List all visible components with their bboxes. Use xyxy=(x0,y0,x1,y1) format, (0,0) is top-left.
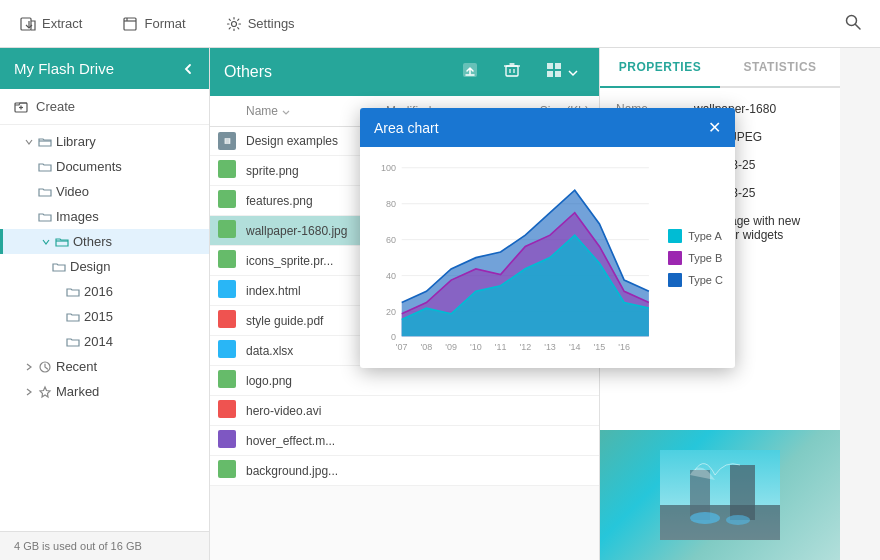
sidebar-item-recent[interactable]: Recent xyxy=(0,354,209,379)
svg-text:'16: '16 xyxy=(618,342,630,352)
view-toggle-button[interactable] xyxy=(539,57,585,87)
chart-area: 100 80 60 40 20 0 '07 xyxy=(368,155,660,360)
file-icon xyxy=(218,250,236,268)
2016-label: 2016 xyxy=(84,284,113,299)
expand-icon xyxy=(24,362,34,372)
file-modified xyxy=(380,426,517,456)
file-size xyxy=(517,396,599,426)
upload-icon xyxy=(461,61,479,79)
expand-icon xyxy=(41,237,51,247)
table-row[interactable]: hover_effect.m... xyxy=(210,426,599,456)
format-button[interactable]: Format xyxy=(114,10,193,38)
sidebar-header: My Flash Drive xyxy=(0,48,209,89)
sidebar-item-marked[interactable]: Marked xyxy=(0,379,209,404)
file-panel-title: Others xyxy=(224,63,443,81)
file-panel-header: Others xyxy=(210,48,599,96)
table-row[interactable]: background.jpg... xyxy=(210,456,599,486)
extract-icon xyxy=(20,16,36,32)
search-icon xyxy=(844,13,862,31)
file-size xyxy=(517,366,599,396)
others-label: Others xyxy=(73,234,112,249)
svg-text:80: 80 xyxy=(386,199,396,209)
waterfall-image xyxy=(660,450,780,540)
sidebar-item-library[interactable]: Library xyxy=(0,129,209,154)
sidebar-item-2015[interactable]: 2015 xyxy=(0,304,209,329)
images-label: Images xyxy=(56,209,99,224)
file-icon xyxy=(218,220,236,238)
create-button[interactable]: Create xyxy=(0,89,209,125)
chart-legend: Type A Type B Type C xyxy=(668,155,727,360)
area-chart-modal: Area chart ✕ 100 80 60 40 20 xyxy=(360,108,735,368)
properties-tabs: PROPERTIES STATISTICS xyxy=(600,48,840,88)
star-icon xyxy=(38,385,52,399)
create-label: Create xyxy=(36,99,75,114)
file-size xyxy=(517,426,599,456)
folder-icon xyxy=(66,335,80,349)
svg-rect-26 xyxy=(730,465,755,520)
area-chart-svg: 100 80 60 40 20 0 '07 xyxy=(368,155,660,360)
svg-text:0: 0 xyxy=(391,332,396,342)
folder-open-icon xyxy=(55,235,69,249)
modal-header: Area chart ✕ xyxy=(360,108,735,147)
extract-label: Extract xyxy=(42,16,82,31)
file-icon xyxy=(218,310,236,328)
expand-icon xyxy=(24,137,34,147)
sidebar-item-images[interactable]: Images xyxy=(0,204,209,229)
file-icon xyxy=(218,460,236,478)
folder-icon xyxy=(66,310,80,324)
svg-rect-22 xyxy=(555,71,561,77)
sidebar-item-2016[interactable]: 2016 xyxy=(0,279,209,304)
svg-text:60: 60 xyxy=(386,235,396,245)
svg-rect-14 xyxy=(506,66,518,76)
folder-open-icon xyxy=(38,135,52,149)
svg-text:'09: '09 xyxy=(445,342,457,352)
svg-text:40: 40 xyxy=(386,271,396,281)
file-icon: ▤ xyxy=(218,132,236,150)
svg-point-5 xyxy=(231,21,236,26)
upload-button[interactable] xyxy=(455,57,485,87)
settings-label: Settings xyxy=(248,16,295,31)
svg-text:'07: '07 xyxy=(396,342,408,352)
video-label: Video xyxy=(56,184,89,199)
svg-text:'11: '11 xyxy=(495,342,507,352)
folder-icon xyxy=(38,210,52,224)
folder-icon xyxy=(52,260,66,274)
legend-type-a: Type A xyxy=(668,229,723,243)
sidebar: My Flash Drive Create Library xyxy=(0,48,210,560)
modal-close-button[interactable]: ✕ xyxy=(708,118,721,137)
legend-label-b: Type B xyxy=(688,252,722,264)
sidebar-item-design[interactable]: Design xyxy=(0,254,209,279)
sidebar-item-video[interactable]: Video xyxy=(0,179,209,204)
sidebar-item-2014[interactable]: 2014 xyxy=(0,329,209,354)
file-name: background.jpg... xyxy=(240,456,380,486)
sidebar-item-documents[interactable]: Documents xyxy=(0,154,209,179)
recent-label: Recent xyxy=(56,359,97,374)
legend-color-b xyxy=(668,251,682,265)
legend-color-c xyxy=(668,273,682,287)
svg-point-27 xyxy=(690,512,720,524)
legend-type-b: Type B xyxy=(668,251,723,265)
table-row[interactable]: logo.png xyxy=(210,366,599,396)
svg-rect-19 xyxy=(547,63,553,69)
file-icon xyxy=(218,340,236,358)
sidebar-item-others[interactable]: Others xyxy=(0,229,209,254)
tab-statistics[interactable]: STATISTICS xyxy=(720,48,840,86)
search-button[interactable] xyxy=(838,7,868,40)
library-label: Library xyxy=(56,134,96,149)
documents-label: Documents xyxy=(56,159,122,174)
preview-image xyxy=(600,430,840,560)
format-icon xyxy=(122,16,138,32)
design-label: Design xyxy=(70,259,110,274)
file-icon xyxy=(218,160,236,178)
table-row[interactable]: hero-video.avi xyxy=(210,396,599,426)
tab-properties[interactable]: PROPERTIES xyxy=(600,48,720,88)
delete-button[interactable] xyxy=(497,57,527,87)
extract-button[interactable]: Extract xyxy=(12,10,90,38)
2014-label: 2014 xyxy=(84,334,113,349)
legend-type-c: Type C xyxy=(668,273,723,287)
file-modified xyxy=(380,396,517,426)
file-icon xyxy=(218,370,236,388)
settings-button[interactable]: Settings xyxy=(218,10,303,38)
grid-icon xyxy=(545,61,563,79)
folder-icon xyxy=(38,185,52,199)
